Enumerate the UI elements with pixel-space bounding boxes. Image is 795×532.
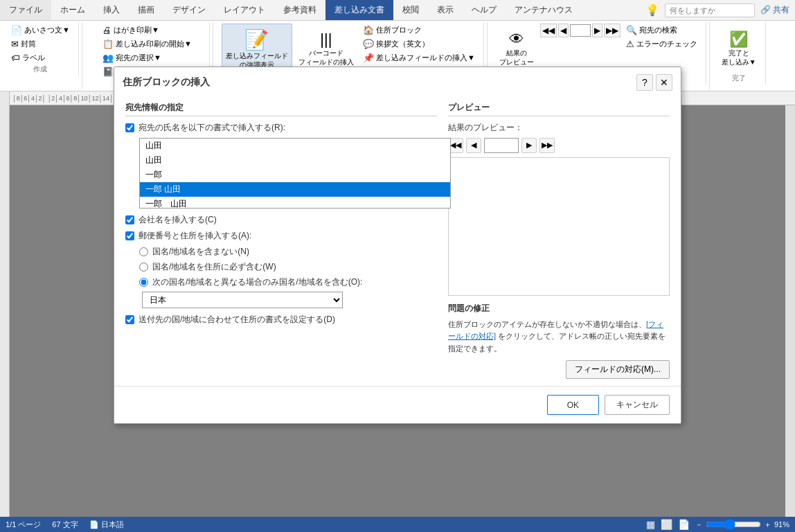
preview-page-input[interactable]: 1 <box>484 138 519 153</box>
preview-label-btn: 結果のプレビュー <box>499 48 534 66</box>
more-insert-button[interactable]: 📌 差し込みフィールドの挿入▼ <box>360 51 478 64</box>
radio-no-country-label: 国名/地域名を含まない(N) <box>152 246 249 258</box>
dialog-left-section: 宛先情報の指定 宛先の氏名を以下の書式で挿入する(R): 山田 山田 一郎 一郎… <box>125 102 437 380</box>
checkbox-company-label: 会社名を挿入する(C) <box>139 214 217 226</box>
lightbulb-icon: 💡 <box>645 3 659 17</box>
list-item[interactable]: 一郎 山田 <box>140 197 450 208</box>
preview-next-button[interactable]: ▶ <box>521 138 537 153</box>
char-count: 67 文字 <box>52 520 78 530</box>
checkbox-name-label: 宛先の氏名を以下の書式で挿入する(R): <box>139 122 285 134</box>
zoom-slider[interactable] <box>706 519 761 530</box>
futo-label: 封筒 <box>21 39 36 49</box>
tab-references[interactable]: 参考資料 <box>274 0 325 20</box>
preview-prev-button[interactable]: ◀ <box>466 138 481 153</box>
zoom-out-icon[interactable]: － <box>695 520 703 530</box>
barcode-label: バーコードフィールドの挿入 <box>298 48 354 66</box>
tab-file[interactable]: ファイル <box>0 0 51 20</box>
zoom-area: － ＋ 91% <box>695 519 789 530</box>
finish-label: 完了と差し込み▼ <box>722 48 756 66</box>
ruler-corner <box>0 91 10 105</box>
radio-diff-country[interactable] <box>139 278 148 287</box>
ribbon-tabs: ファイル ホーム 挿入 描画 デザイン レイアウト 参考資料 差し込み文書 校閲… <box>0 0 795 21</box>
dialog-close-button[interactable]: ✕ <box>656 74 672 91</box>
preview-icon: 👁 <box>509 30 524 48</box>
prev-first-icon[interactable]: ◀◀ <box>540 24 557 37</box>
jusho-block-button[interactable]: 🏠 住所ブロック <box>360 24 478 37</box>
view-normal-icon[interactable]: ▦ <box>646 519 655 530</box>
next-icon[interactable]: ▶ <box>592 24 602 37</box>
radio-always-country[interactable] <box>139 263 148 272</box>
preview-nav: ◀◀ ◀ 1 ▶ ▶▶ <box>448 138 670 153</box>
next-last-icon[interactable]: ▶▶ <box>604 24 620 37</box>
ribbon-group-create: 📄 あいさつ文▼ ✉ 封筒 🏷 ラベル 作成 <box>3 22 79 76</box>
tab-view[interactable]: 表示 <box>428 0 463 20</box>
sashikomi-start-button[interactable]: 📋 差し込み印刷の開始▼ <box>100 37 195 51</box>
preview-result-label: 結果のプレビュー： <box>448 122 670 134</box>
vertical-scrollbar[interactable] <box>785 105 795 517</box>
page-info: 1/1 ページ <box>6 520 41 530</box>
ok-button[interactable]: OK <box>547 395 599 415</box>
radio-always-country-label: 国名/地域名を住所に必ず含む(W) <box>152 261 276 273</box>
radio-row-3: 次の国名/地域名と異なる場合のみ国名/地域名を含む(O): <box>139 276 437 288</box>
tab-antenna[interactable]: アンテナハウス <box>506 0 582 20</box>
checkbox-postal[interactable] <box>125 231 134 240</box>
tab-home[interactable]: ホーム <box>51 0 94 20</box>
search-sent-button[interactable]: 🔍 宛先の検索 <box>623 24 700 37</box>
share-icon[interactable]: 🔗 共有 <box>760 4 789 16</box>
cancel-button[interactable]: キャンセル <box>605 395 670 415</box>
tab-help[interactable]: ヘルプ <box>463 0 506 20</box>
finish-group-label: 完了 <box>732 73 746 83</box>
field-match-link[interactable]: [フィールドの対応] <box>448 320 663 341</box>
aisatsu-en-icon: 💬 <box>363 39 374 49</box>
checkbox-company[interactable] <box>125 215 134 224</box>
checkbox-country-format[interactable] <box>125 315 134 324</box>
status-bar: 1/1 ページ 67 文字 📄 日本語 ▦ ⬜ 📄 － ＋ 91% <box>0 517 795 532</box>
name-format-listbox[interactable]: 山田 山田 一郎 一郎 山田 一郎 山田 <box>139 138 451 209</box>
finish-merge-button[interactable]: ✅ 完了と差し込み▼ <box>718 24 760 73</box>
sent-select-button[interactable]: 👥 宛先の選択▼ <box>100 51 164 64</box>
checkbox-name[interactable] <box>125 123 134 132</box>
label-button[interactable]: 🏷 ラベル <box>8 51 48 64</box>
preview-last-button[interactable]: ▶▶ <box>539 138 555 153</box>
address-block-dialog: 住所ブロックの挿入 ? ✕ 宛先情報の指定 宛先の氏名を以下の書式で挿入する(R… <box>114 66 681 425</box>
hagaki-button[interactable]: 🖨 はがき印刷▼ <box>100 24 162 37</box>
tab-review[interactable]: 校閲 <box>393 0 428 20</box>
futo-button[interactable]: ✉ 封筒 <box>8 37 39 51</box>
radio-no-country[interactable] <box>139 247 148 256</box>
list-item-selected[interactable]: 一郎 山田 <box>140 182 450 197</box>
country-select[interactable]: 日本 アメリカ 中国 韓国 <box>142 292 343 308</box>
futo-icon: ✉ <box>11 39 19 49</box>
tab-draw[interactable]: 描画 <box>129 0 163 20</box>
radio-row-2: 国名/地域名を住所に必ず含む(W) <box>139 261 437 273</box>
aisatsu-icon: 📄 <box>11 25 22 35</box>
record-input[interactable]: 1 <box>570 24 591 37</box>
zoom-level: 91% <box>774 520 789 529</box>
left-section-header: 宛先情報の指定 <box>125 102 437 116</box>
language-indicator: 📄 日本語 <box>89 520 124 530</box>
list-item[interactable]: 山田 <box>140 153 450 168</box>
barcode-icon: ||| <box>320 30 332 48</box>
search-input[interactable] <box>665 3 755 17</box>
checkbox-postal-row: 郵便番号と住所を挿入する(A): <box>125 230 437 242</box>
aisatsu-en-button[interactable]: 💬 挨拶文（英文） <box>360 37 478 51</box>
radio-diff-country-label: 次の国名/地域名と異なる場合のみ国名/地域名を含む(O): <box>152 276 362 288</box>
tab-mailings[interactable]: 差し込み文書 <box>325 0 393 20</box>
aisatsu-label: あいさつ文▼ <box>24 25 70 35</box>
country-select-row: 日本 アメリカ 中国 韓国 <box>142 292 437 308</box>
view-web-icon[interactable]: ⬜ <box>661 519 672 530</box>
name-format-list[interactable]: 山田 山田 一郎 一郎 山田 一郎 山田 <box>140 139 450 208</box>
tab-design[interactable]: デザイン <box>163 0 215 20</box>
dialog-help-button[interactable]: ? <box>636 74 653 91</box>
field-match-button[interactable]: フィールドの対応(M)... <box>566 360 670 379</box>
tab-insert[interactable]: 挿入 <box>94 0 129 20</box>
error-check-button[interactable]: ⚠ エラーのチェック <box>623 37 700 51</box>
tab-layout[interactable]: レイアウト <box>215 0 274 20</box>
sashikomi-icon: 📋 <box>102 39 114 49</box>
radio-group: 国名/地域名を含まない(N) 国名/地域名を住所に必ず含む(W) 次の国名/地域… <box>139 246 437 288</box>
list-item[interactable]: 一郎 <box>140 168 450 182</box>
aisatsu-button[interactable]: 📄 あいさつ文▼ <box>8 24 73 37</box>
prev-icon[interactable]: ◀ <box>558 24 569 37</box>
list-item[interactable]: 山田 <box>140 139 450 153</box>
view-read-icon[interactable]: 📄 <box>678 519 690 530</box>
zoom-in-icon[interactable]: ＋ <box>764 520 771 530</box>
